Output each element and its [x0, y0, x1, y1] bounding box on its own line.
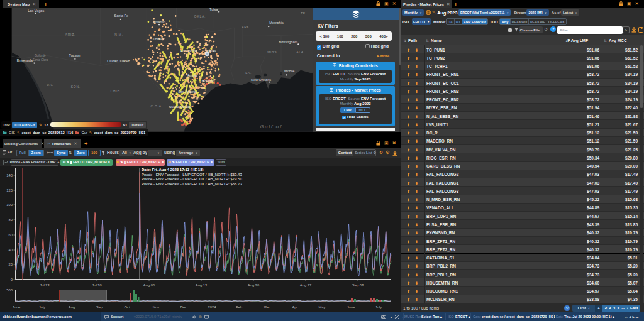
svg-text:June: June — [13, 305, 21, 309]
svg-text:Apr: Apr — [292, 305, 297, 309]
svg-text:Nov: Nov — [153, 305, 159, 309]
svg-text:July: July — [375, 305, 382, 309]
svg-text:60: 60 — [9, 233, 13, 237]
svg-text:Ciudad Juárez: Ciudad Juárez — [107, 59, 130, 63]
svg-text:20: 20 — [9, 263, 13, 266]
svg-text:N.M.: N.M. — [114, 33, 123, 36]
svg-text:Fort Worth: Fort Worth — [180, 49, 197, 53]
svg-text:Tucson: Tucson — [69, 53, 80, 57]
svg-text:Aug 27: Aug 27 — [300, 283, 311, 287]
svg-text:July: July — [39, 305, 45, 309]
svg-text:0: 0 — [11, 278, 13, 281]
svg-text:Aug: Aug — [69, 305, 75, 309]
svg-text:Oct: Oct — [124, 305, 130, 309]
svg-text:80: 80 — [9, 218, 13, 222]
svg-text:40: 40 — [9, 248, 13, 252]
svg-text:Golfo de: Golfo de — [35, 54, 46, 57]
svg-text:Birmingham: Birmingham — [279, 40, 298, 44]
svg-text:MISS.: MISS. — [267, 50, 278, 54]
svg-text:Mobile: Mobile — [284, 69, 294, 73]
svg-text:U. C.: U. C. — [47, 84, 54, 87]
svg-text:Ensenada: Ensenada — [17, 58, 33, 62]
svg-text:Jul 30: Jul 30 — [92, 283, 101, 287]
svg-text:Feb: Feb — [236, 305, 242, 309]
svg-text:TE: TE — [301, 11, 306, 15]
svg-text:Dec: Dec — [180, 305, 187, 309]
svg-text:New Orleans: New Orleans — [251, 78, 271, 82]
svg-text:CHIH.: CHIH. — [111, 89, 121, 93]
svg-text:Sep: Sep — [96, 305, 103, 309]
svg-text:Jul 23: Jul 23 — [40, 283, 49, 287]
svg-text:San Antonio: San Antonio — [178, 90, 197, 94]
svg-text:Houston: Houston — [202, 79, 215, 83]
svg-text:Aug 20: Aug 20 — [248, 283, 259, 287]
svg-text:Amarillo: Amarillo — [153, 20, 165, 24]
svg-text:ARIZ.: ARIZ. — [65, 33, 75, 36]
svg-text:120: 120 — [6, 188, 13, 192]
svg-text:Santa Clara: Santa Clara — [32, 58, 48, 62]
svg-text:Lubbock: Lubbock — [152, 37, 165, 41]
svg-text:ALA.: ALA. — [296, 50, 305, 54]
svg-text:Sep 03: Sep 03 — [352, 283, 364, 287]
svg-text:500: 500 — [6, 288, 13, 292]
svg-text:Las Vegas: Las Vegas — [28, 9, 44, 13]
svg-text:Memphis: Memphis — [269, 21, 284, 24]
svg-text:June: June — [347, 305, 355, 309]
svg-text:Aug 13: Aug 13 — [196, 283, 207, 287]
svg-text:100: 100 — [6, 203, 13, 207]
svg-text:Aug 06: Aug 06 — [143, 283, 155, 287]
svg-text:Nuevo Laredo: Nuevo Laredo — [169, 105, 191, 109]
svg-text:C.O.A.: C.O.A. — [151, 104, 163, 108]
svg-text:LA.: LA. — [245, 71, 252, 75]
svg-text:Tulsa: Tulsa — [209, 8, 218, 11]
svg-text:May: May — [319, 305, 326, 309]
svg-text:Gulf of: Gulf of — [260, 124, 282, 129]
svg-text:OKLA.: OKLA. — [194, 14, 206, 18]
svg-text:Dallas: Dallas — [206, 49, 216, 53]
svg-text:Santa Fe: Santa Fe — [114, 14, 129, 18]
svg-text:140: 140 — [6, 173, 13, 177]
svg-text:ARK.: ARK. — [242, 25, 251, 29]
svg-text:2024: 2024 — [208, 305, 217, 309]
svg-text:Austin: Austin — [187, 73, 197, 77]
svg-text:Mar: Mar — [264, 305, 270, 309]
svg-text:SON.: SON. — [71, 85, 80, 89]
